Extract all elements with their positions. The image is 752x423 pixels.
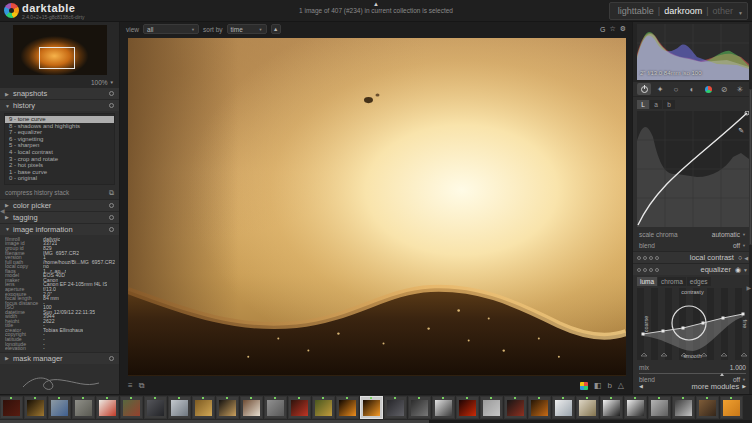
- chevron-down-icon[interactable]: ▼: [110, 80, 114, 85]
- darkroom-canvas[interactable]: [120, 36, 632, 378]
- tonecurve-tab[interactable]: a: [650, 100, 662, 109]
- scale-chroma-combobox[interactable]: scale chroma automatic ▼: [633, 229, 752, 240]
- section-mask-manager[interactable]: ▶ mask manager: [0, 352, 119, 364]
- navigation-preview[interactable]: [0, 22, 119, 78]
- module-power-icon[interactable]: [637, 268, 641, 272]
- filmstrip-thumbnail[interactable]: [384, 396, 407, 419]
- section-image-information[interactable]: ▼ image information: [0, 223, 119, 235]
- history-item[interactable]: 2 - hot pixels: [5, 162, 114, 169]
- equalizer-graph[interactable]: contrasty smooth coarse fine: [637, 288, 748, 360]
- history-item[interactable]: 9 - tone curve: [5, 116, 114, 123]
- basic-group-button[interactable]: ○: [669, 83, 683, 95]
- filmstrip-thumbnail[interactable]: [96, 396, 119, 419]
- correction-group-button[interactable]: ⊘: [717, 83, 731, 95]
- filmstrip-thumbnail[interactable]: [0, 396, 23, 419]
- filmstrip-thumbnail[interactable]: [576, 396, 599, 419]
- module-power-icon[interactable]: [637, 256, 641, 260]
- filmstrip-thumbnail[interactable]: [600, 396, 623, 419]
- tonecurve-tab[interactable]: b: [663, 100, 675, 109]
- reset-icon[interactable]: [109, 356, 114, 361]
- filmstrip-thumbnail[interactable]: [120, 396, 143, 419]
- filmstrip-thumbnail[interactable]: [480, 396, 503, 419]
- module-header-equalizer[interactable]: equalizer ◉ ▼: [633, 263, 752, 275]
- sort-dropdown[interactable]: time ▼: [227, 24, 267, 34]
- filmstrip-toggle-icon[interactable]: ≡: [128, 381, 133, 391]
- multi-instance-icon[interactable]: [643, 256, 647, 260]
- filmstrip-thumbnail[interactable]: [288, 396, 311, 419]
- filmstrip-thumbnail[interactable]: [624, 396, 647, 419]
- section-snapshots[interactable]: ▶ snapshots: [0, 87, 119, 99]
- right-panel-collapse-icon[interactable]: ▶: [746, 284, 751, 291]
- tonecurve-tab[interactable]: L: [637, 100, 649, 109]
- history-item[interactable]: 1 - base curve: [5, 169, 114, 176]
- compress-history-button[interactable]: compress history stack: [5, 189, 69, 196]
- create-style-icon[interactable]: ⧉: [109, 189, 114, 196]
- gear-icon[interactable]: ⚙: [620, 25, 626, 33]
- left-panel-collapse-icon[interactable]: ◀: [0, 207, 5, 214]
- history-item[interactable]: 7 - equalizer: [5, 129, 114, 136]
- history-item[interactable]: 4 - local contrast: [5, 149, 114, 156]
- filmstrip-thumbnail[interactable]: [720, 396, 743, 419]
- filmstrip-thumbnail[interactable]: [144, 396, 167, 419]
- filmstrip-thumbnail[interactable]: [360, 396, 383, 419]
- presets-icon[interactable]: [655, 268, 659, 272]
- reset-icon[interactable]: [109, 103, 114, 108]
- section-history[interactable]: ▼ history: [0, 99, 119, 111]
- filmstrip-thumbnail[interactable]: [48, 396, 71, 419]
- overexposed-warning-icon[interactable]: △: [618, 381, 624, 391]
- module-header-local-contrast[interactable]: local contrast ○ ◀: [633, 251, 752, 263]
- view-switcher[interactable]: lighttable | darkroom | other ▼: [609, 2, 748, 20]
- section-tagging[interactable]: ▶ tagging: [0, 211, 119, 223]
- histogram-panel[interactable]: 2" f/13.0 84mm iso 100: [633, 22, 752, 82]
- history-item[interactable]: 5 - sharpen: [5, 142, 114, 149]
- filmstrip-thumbnail[interactable]: [312, 396, 335, 419]
- tone-group-button[interactable]: ◐: [685, 83, 699, 95]
- filmstrip-thumbnail[interactable]: [168, 396, 191, 419]
- filmstrip-thumbnail[interactable]: [456, 396, 479, 419]
- history-item[interactable]: 6 - vignetting: [5, 136, 114, 143]
- filmstrip-thumbnail[interactable]: [504, 396, 527, 419]
- equalizer-tab[interactable]: chroma: [658, 277, 686, 286]
- view-other[interactable]: other: [712, 6, 733, 16]
- show-active-modules-button[interactable]: [637, 83, 651, 95]
- navigation-thumbnail[interactable]: [13, 25, 107, 75]
- filmstrip-thumbnail[interactable]: [552, 396, 575, 419]
- zoom-level[interactable]: 100%: [91, 79, 108, 86]
- view-darkroom[interactable]: darkroom: [664, 6, 702, 16]
- star-overlay-icon[interactable]: ☆: [609, 25, 615, 33]
- softproof-colors-icon[interactable]: [580, 382, 588, 390]
- filmstrip-thumbnail[interactable]: [432, 396, 455, 419]
- reset-icon[interactable]: [109, 91, 114, 96]
- reset-icon[interactable]: [109, 227, 114, 232]
- color-group-button[interactable]: [701, 83, 715, 95]
- edit-curve-icon[interactable]: ✎: [738, 127, 744, 135]
- filmstrip-thumbnail[interactable]: [696, 396, 719, 419]
- filmstrip-thumbnail[interactable]: [672, 396, 695, 419]
- navigation-viewport-rect[interactable]: [39, 47, 75, 69]
- more-modules-bar[interactable]: ◀ more modules ▶: [633, 380, 752, 392]
- filmstrip-thumbnail[interactable]: [408, 396, 431, 419]
- tonecurve-blend-combobox[interactable]: blend off ▼: [633, 240, 752, 251]
- effect-group-button[interactable]: ✳: [733, 83, 747, 95]
- equalizer-tab[interactable]: edges: [687, 277, 711, 286]
- reset-icon[interactable]: [109, 215, 114, 220]
- filmstrip-thumbnail[interactable]: [240, 396, 263, 419]
- filmstrip-thumbnail[interactable]: [336, 396, 359, 419]
- history-item[interactable]: 3 - crop and rotate: [5, 156, 114, 163]
- sort-direction-button[interactable]: ▴: [271, 24, 281, 34]
- filmstrip-thumbnail[interactable]: [24, 396, 47, 419]
- history-item[interactable]: 0 - original: [5, 175, 114, 182]
- second-window-icon[interactable]: ⧉: [139, 381, 145, 391]
- filmstrip-thumbnail[interactable]: [264, 396, 287, 419]
- presets-icon[interactable]: [655, 256, 659, 260]
- grouping-toggle-icon[interactable]: G: [600, 26, 605, 33]
- filmstrip-thumbnail[interactable]: [648, 396, 671, 419]
- filmstrip-thumbnail[interactable]: [216, 396, 239, 419]
- filmstrip-thumbnail[interactable]: [192, 396, 215, 419]
- filmstrip-thumbnail[interactable]: [72, 396, 95, 419]
- reset-icon[interactable]: [649, 268, 653, 272]
- multi-instance-icon[interactable]: [643, 268, 647, 272]
- section-color-picker[interactable]: ▶ color picker: [0, 199, 119, 211]
- reset-icon[interactable]: [649, 256, 653, 260]
- equalizer-tab[interactable]: luma: [637, 277, 657, 286]
